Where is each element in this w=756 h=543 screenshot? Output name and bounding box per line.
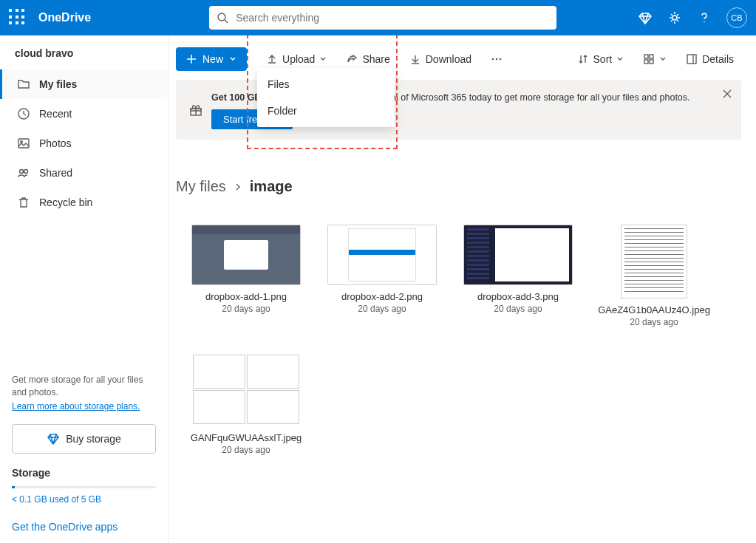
- svg-line-1: [225, 20, 228, 23]
- file-item[interactable]: dropbox-add-2.png 20 days ago: [319, 225, 445, 327]
- user-avatar[interactable]: CB: [726, 7, 747, 28]
- storage-bar: [12, 486, 156, 488]
- new-button[interactable]: New: [176, 47, 247, 71]
- file-thumbnail: [621, 225, 687, 298]
- sidebar: cloud bravo My files Recent Photos Share…: [0, 35, 168, 543]
- main-content: New Upload Share Download: [168, 35, 756, 543]
- file-name: dropbox-add-3.png: [455, 291, 581, 302]
- settings-gear-icon[interactable]: [667, 10, 682, 25]
- svg-rect-13: [650, 55, 653, 58]
- upload-dropdown: Files Folder: [257, 68, 395, 127]
- diamond-icon: [47, 432, 60, 445]
- app-title: OneDrive: [38, 11, 91, 24]
- sidebar-item-label: Recycle bin: [39, 197, 92, 208]
- file-item[interactable]: dropbox-add-1.png 20 days ago: [183, 225, 309, 327]
- svg-point-6: [21, 141, 23, 143]
- file-time: 20 days ago: [455, 304, 581, 314]
- ellipsis-icon: [491, 53, 503, 65]
- svg-point-8: [24, 170, 28, 174]
- chevron-down-icon: [319, 55, 327, 63]
- more-button[interactable]: [483, 47, 510, 71]
- svg-point-11: [500, 58, 502, 61]
- sidebar-item-label: My files: [39, 78, 77, 90]
- search-icon: [217, 12, 228, 24]
- folder-icon: [17, 78, 30, 91]
- breadcrumb-current: image: [250, 178, 293, 195]
- sidebar-item-my-files[interactable]: My files: [0, 69, 168, 99]
- view-button[interactable]: [636, 47, 674, 71]
- upload-folder-item[interactable]: Folder: [257, 98, 395, 124]
- sidebar-item-label: Photos: [39, 137, 72, 149]
- svg-point-0: [218, 13, 225, 21]
- help-icon[interactable]: [697, 10, 712, 25]
- download-button[interactable]: Download: [402, 47, 479, 71]
- search-box[interactable]: [209, 6, 556, 30]
- plus-icon: [186, 54, 197, 64]
- chevron-down-icon: [659, 55, 667, 63]
- sidebar-item-recycle-bin[interactable]: Recycle bin: [0, 188, 168, 217]
- file-time: 20 days ago: [319, 304, 445, 314]
- file-name: GAeZ4G1b0AAUz4O.jpeg: [591, 304, 717, 315]
- storage-heading: Storage: [12, 467, 156, 479]
- sort-button[interactable]: Sort: [570, 47, 632, 71]
- download-icon: [409, 53, 421, 65]
- info-pane-icon: [686, 53, 698, 65]
- breadcrumb: My files image: [176, 178, 741, 195]
- upload-icon: [266, 53, 278, 65]
- file-name: dropbox-add-1.png: [183, 291, 309, 302]
- svg-rect-14: [644, 60, 648, 64]
- chevron-right-icon: [234, 182, 242, 191]
- file-name: GANFquGWUAAsxlT.jpeg: [183, 432, 309, 443]
- svg-point-9: [492, 58, 494, 61]
- share-icon: [346, 53, 358, 65]
- file-grid: dropbox-add-1.png 20 days ago dropbox-ad…: [176, 225, 741, 455]
- svg-point-10: [496, 58, 498, 61]
- sidebar-item-label: Shared: [39, 167, 72, 179]
- gift-icon: [189, 103, 202, 117]
- grid-view-icon: [643, 53, 655, 65]
- file-thumbnail: [463, 225, 573, 285]
- upload-files-item[interactable]: Files: [257, 71, 395, 98]
- file-name: dropbox-add-2.png: [319, 291, 445, 302]
- file-thumbnail: [327, 225, 437, 285]
- storage-used-link[interactable]: < 0.1 GB used of 5 GB: [12, 494, 156, 505]
- file-item[interactable]: GANFquGWUAAsxlT.jpeg 20 days ago: [183, 352, 309, 455]
- top-bar: OneDrive CB: [0, 0, 756, 35]
- app-launcher-icon[interactable]: [9, 9, 27, 27]
- sidebar-item-label: Recent: [39, 108, 72, 120]
- svg-point-3: [704, 21, 705, 23]
- file-thumbnail: [191, 352, 302, 426]
- file-time: 20 days ago: [591, 317, 717, 327]
- storage-plans-link[interactable]: Learn more about storage plans.: [12, 401, 140, 411]
- file-time: 20 days ago: [183, 304, 309, 314]
- breadcrumb-root[interactable]: My files: [176, 178, 226, 195]
- file-item[interactable]: GAeZ4G1b0AAUz4O.jpeg 20 days ago: [591, 225, 717, 327]
- trash-icon: [17, 196, 30, 209]
- details-button[interactable]: Details: [678, 47, 741, 71]
- clock-icon: [17, 107, 30, 120]
- account-name: cloud bravo: [0, 35, 168, 69]
- svg-rect-5: [18, 139, 29, 148]
- file-thumbnail: [191, 225, 301, 285]
- people-icon: [17, 166, 30, 180]
- svg-rect-12: [644, 55, 648, 58]
- sidebar-item-recent[interactable]: Recent: [0, 99, 168, 129]
- svg-point-2: [672, 16, 677, 20]
- premium-icon[interactable]: [638, 10, 653, 25]
- svg-rect-15: [650, 60, 653, 64]
- svg-point-7: [20, 170, 24, 174]
- search-input[interactable]: [209, 6, 556, 30]
- sort-icon: [577, 53, 589, 65]
- svg-rect-16: [687, 55, 696, 64]
- buy-storage-button[interactable]: Buy storage: [12, 424, 156, 454]
- close-icon[interactable]: [722, 89, 732, 99]
- file-time: 20 days ago: [183, 445, 309, 455]
- get-apps-link[interactable]: Get the OneDrive apps: [12, 521, 156, 533]
- chevron-down-icon: [616, 55, 624, 63]
- storage-promo-text: Get more storage for all your files and …: [12, 374, 156, 399]
- sidebar-item-photos[interactable]: Photos: [0, 129, 168, 158]
- chevron-down-icon: [229, 55, 236, 63]
- sidebar-item-shared[interactable]: Shared: [0, 158, 168, 188]
- photo-icon: [17, 137, 30, 150]
- file-item[interactable]: dropbox-add-3.png 20 days ago: [455, 225, 581, 327]
